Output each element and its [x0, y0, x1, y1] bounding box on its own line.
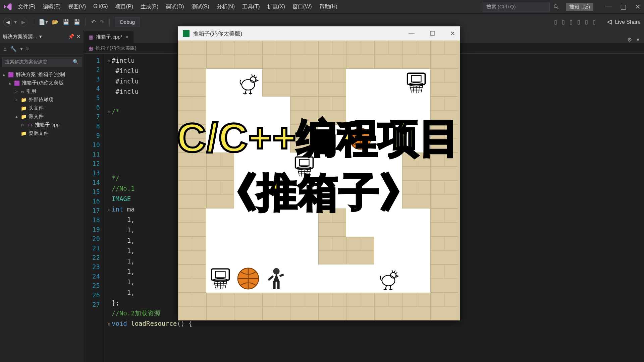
floor-cell [234, 153, 262, 181]
floor-cell [346, 153, 374, 181]
menu-item[interactable]: 文件(F) [18, 3, 35, 10]
game-minimize-button[interactable]: — [409, 30, 415, 37]
floor-cell [206, 69, 234, 97]
wall-cell [402, 293, 430, 321]
wall-cell [430, 264, 459, 293]
floor-cell [234, 237, 262, 265]
tree-item[interactable]: ▷▫▫引用 [1, 87, 83, 96]
new-icon[interactable]: 📄▾ [39, 19, 48, 25]
tab-close-icon[interactable]: ✕ [125, 35, 129, 40]
save-icon[interactable]: 💾 [63, 19, 69, 25]
floor-cell [206, 97, 234, 125]
floor-cell [206, 125, 234, 153]
menu-item[interactable]: 帮助(H) [319, 3, 337, 10]
floor-cell [262, 125, 290, 153]
minimize-button[interactable]: — [605, 3, 612, 11]
floor-cell [346, 69, 374, 97]
wall-cell [262, 41, 290, 69]
main-menu: 文件(F)编辑(E)视图(V)Git(G)项目(P)生成(B)调试(D)测试(S… [18, 3, 337, 10]
wall-cell [262, 293, 290, 321]
nav-back-button[interactable]: ◀ [3, 18, 12, 26]
floor-cell [374, 125, 402, 153]
menu-item[interactable]: 生成(B) [141, 3, 158, 10]
tab-active[interactable]: ▦ 推箱子.cpp* ✕ [84, 31, 133, 43]
save-all-icon[interactable]: 💾 [73, 19, 80, 25]
close-panel-icon[interactable]: ✕ [76, 34, 81, 40]
maximize-button[interactable]: ▢ [620, 3, 627, 11]
titlebar: 文件(F)编辑(E)视图(V)Git(G)项目(P)生成(B)调试(D)测试(S… [0, 0, 644, 13]
tree-item[interactable]: ▷++推箱子.cpp [1, 121, 83, 129]
close-button[interactable]: ✕ [635, 3, 641, 11]
menu-item[interactable]: 分析(N) [217, 3, 235, 10]
project-badge: 推箱...版) [566, 3, 594, 11]
ball-sprite [348, 127, 372, 151]
settings-icon[interactable]: ⚙ [627, 37, 632, 43]
wall-cell [178, 125, 206, 153]
tree-item[interactable]: ▲🟪推箱子(鸡你太美版 [1, 79, 83, 87]
tree-item[interactable]: 📁头文件 [1, 104, 83, 112]
wall-cell [234, 293, 262, 321]
game-close-button[interactable]: ✕ [450, 30, 455, 37]
toolbar-icons[interactable]: ▯▯▯▯▯▯ [554, 19, 600, 25]
wall-cell [346, 293, 374, 321]
menu-item[interactable]: 项目(P) [115, 3, 133, 10]
wall-cell [430, 237, 459, 265]
menu-item[interactable]: 工具(T) [242, 3, 260, 10]
home-icon[interactable]: ⌂ [3, 46, 7, 52]
liveshare-button[interactable]: Live Share [606, 19, 641, 25]
wall-cell [318, 41, 346, 69]
ball-sprite [236, 266, 260, 291]
floor-cell [346, 264, 374, 293]
floor-cell [206, 208, 234, 237]
floor-cell [402, 208, 430, 237]
player-sprite [264, 266, 288, 291]
wall-cell [318, 293, 346, 321]
open-icon[interactable]: 📂 [52, 19, 59, 25]
wall-cell [430, 153, 459, 181]
svg-point-0 [554, 5, 557, 8]
wall-cell [262, 69, 290, 97]
game-maximize-button[interactable]: ☐ [430, 30, 435, 37]
sidebar-search[interactable]: 搜索解决方案资源管🔍 [2, 57, 82, 67]
floor-cell [234, 181, 262, 209]
sidebar-header: 解决方案资源...▾ 📌 ✕ [0, 30, 84, 43]
tree-item[interactable]: ▲🟪解决方案 '推箱子(控制 [1, 70, 83, 79]
svg-line-21 [279, 275, 283, 276]
config-select[interactable]: Debug [115, 17, 140, 26]
nav-fwd-button[interactable]: ▶ [19, 18, 28, 26]
floor-cell [262, 97, 290, 125]
wall-cell [290, 293, 318, 321]
floor-cell [374, 153, 402, 181]
menu-item[interactable]: 窗口(W) [292, 3, 312, 10]
menu-item[interactable]: Git(G) [93, 3, 108, 10]
floor-cell [262, 237, 290, 265]
wall-cell [318, 237, 346, 265]
undo-icon[interactable]: ↶ [91, 19, 96, 25]
refresh-icon[interactable]: ≡ [26, 46, 29, 52]
wall-cell [346, 41, 374, 69]
redo-icon[interactable]: ↷ [100, 19, 104, 25]
menu-item[interactable]: 扩展(X) [267, 3, 285, 10]
wall-cell [206, 41, 234, 69]
solution-explorer: 解决方案资源...▾ 📌 ✕ ⌂ 🔧 ▾ ≡ 搜索解决方案资源管🔍 ▲🟪解决方案… [0, 30, 84, 362]
floor-cell [206, 237, 234, 265]
tree-item[interactable]: 📁资源文件 [1, 129, 83, 137]
search-input[interactable]: 搜索 (Ctrl+Q) [483, 2, 550, 12]
wrench-icon[interactable]: 🔧 [10, 46, 17, 52]
menu-item[interactable]: 视图(V) [68, 3, 86, 10]
tree-item[interactable]: ▲📁源文件 [1, 112, 83, 121]
menu-item[interactable]: 调试(D) [166, 3, 184, 10]
dropdown-icon[interactable]: ▾ [637, 37, 639, 43]
menu-item[interactable]: 测试(S) [192, 3, 209, 10]
game-board[interactable] [178, 41, 460, 320]
tree-item[interactable]: ▷📁外部依赖项 [1, 96, 83, 104]
svg-point-2 [242, 79, 255, 90]
wall-cell [290, 69, 318, 97]
wall-cell [374, 293, 402, 321]
pin-icon[interactable]: 📌 [68, 34, 74, 40]
svg-point-22 [382, 275, 394, 286]
search-icon[interactable] [553, 4, 559, 10]
menu-item[interactable]: 编辑(E) [43, 3, 60, 10]
floor-cell [234, 208, 262, 237]
vs-logo-icon [3, 2, 13, 11]
